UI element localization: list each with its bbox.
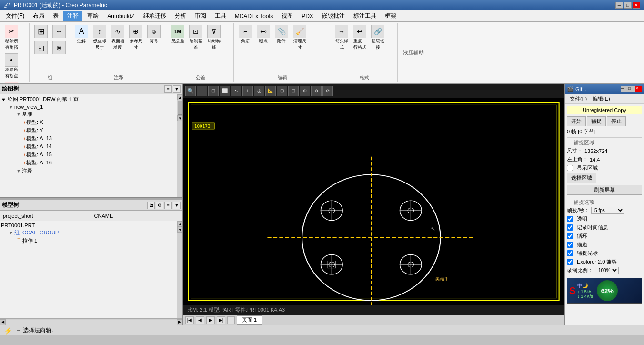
symbol-button[interactable]: ⌾ 符号 (145, 24, 162, 51)
remove-corners-button[interactable]: ✂ 移除所有角拓 (3, 24, 20, 51)
maximize-button[interactable]: □ (624, 2, 632, 9)
gif-close-btn[interactable]: ✕ (635, 86, 642, 92)
model-scroll-down[interactable]: ▼ (177, 227, 182, 233)
cursor-checkbox[interactable] (567, 250, 573, 256)
ordinate-dim-button[interactable]: ↕ 纵坐标尺寸 (91, 24, 108, 51)
menu-frame[interactable]: 框架 (381, 11, 400, 21)
remove-breaks-button[interactable]: • 移除所有断点 (3, 52, 20, 80)
scroll-left-btn[interactable]: ◀ (0, 319, 6, 325)
tree-settings-icon[interactable]: ≡ (164, 85, 172, 93)
model-tree-icon1[interactable]: 🗂 (147, 202, 155, 209)
draw-group-button[interactable]: ⊞ (32, 24, 50, 39)
attachment-button[interactable]: 📎 附件 (273, 24, 290, 51)
model-tree-expand-icon[interactable]: ▼ (173, 202, 181, 209)
trim-checkbox[interactable] (567, 242, 573, 248)
zoom-out-btn[interactable]: − (197, 86, 207, 96)
break-point-button[interactable]: ⊷ 断点 (255, 24, 272, 51)
zoom-window-btn[interactable]: ⬜ (220, 86, 230, 96)
explorer-checkbox[interactable] (567, 259, 573, 265)
menu-layout[interactable]: 布局 (29, 11, 48, 21)
tolerance-1m-button[interactable]: 1M 见公差 (169, 24, 186, 51)
gif-min-btn[interactable]: ─ (621, 86, 628, 92)
tree-expand-icon[interactable]: ▼ (173, 85, 181, 93)
delete-button[interactable]: ✕ 删除 (3, 81, 20, 83)
minimize-button[interactable]: ─ (615, 2, 623, 9)
menu-annotation[interactable]: 注释 (63, 11, 82, 21)
arrow-style-button[interactable]: → 箭头样式 (333, 24, 350, 51)
crosshair-btn[interactable]: + (242, 86, 253, 96)
scroll-up-btn[interactable]: ▲ (177, 94, 182, 100)
gif-stop-btn[interactable]: 停止 (607, 116, 626, 126)
model-item-extrude[interactable]: ⌒ 拉伸 1 (1, 237, 176, 245)
page-first-btn[interactable]: |◀ (185, 316, 194, 324)
model-tree-icon3[interactable]: ≡ (164, 202, 172, 209)
page-tab-1[interactable]: 页面 1 (237, 315, 262, 325)
tree-item-model-x[interactable]: / 模型: X (1, 118, 176, 126)
gif-menu-edit[interactable]: 编辑(E) (590, 94, 613, 103)
tree-item-drawing[interactable]: ▼ 绘图 PRT0001.DRW 的第 1 页 (1, 95, 176, 103)
add-view-btn[interactable]: ⊞ (277, 86, 287, 96)
gif-capture-btn[interactable]: 辅捉 (587, 116, 606, 126)
refresh-screen-btn[interactable]: 刷新屏幕 (567, 185, 642, 195)
menu-file[interactable]: 文件(F) (2, 11, 28, 21)
clean-dim-button[interactable]: 🧹 清理尺寸 (291, 24, 308, 51)
hyperlink-button[interactable]: 🔗 超级链接 (369, 24, 386, 51)
corner-edit-button[interactable]: ⌐ 角拓 (237, 24, 254, 51)
repeat-format-button[interactable]: ↩ 重复一行格式 (351, 24, 368, 51)
menu-tools[interactable]: 工具 (211, 11, 230, 21)
menu-label-tool[interactable]: 标注工具 (350, 11, 380, 21)
bottom-scrollbar[interactable]: ◀ ▶ (0, 318, 182, 325)
center-btn[interactable]: ◎ (254, 86, 264, 96)
menu-table[interactable]: 表 (49, 11, 62, 21)
model-scroll-up[interactable]: ▲ (177, 221, 182, 227)
model-item-prt[interactable]: PRT0001.PRT (1, 222, 176, 229)
menu-review[interactable]: 审阅 (191, 11, 210, 21)
gif-start-btn[interactable]: 开始 (567, 116, 586, 126)
tree-item-model-a15[interactable]: / 模型: A_15 (1, 151, 176, 159)
tree-item-datum[interactable]: ▼ 基准 (1, 110, 176, 118)
fps-select[interactable]: 5 fps 10 fps 15 fps 25 fps (591, 207, 624, 214)
view-options-btn[interactable]: ⊕ (300, 86, 310, 96)
surface-rough-button[interactable]: ∿ 表面粗糙度 (109, 24, 126, 51)
close-button[interactable]: ✕ (633, 2, 640, 9)
menu-inherit[interactable]: 继承迁移 (140, 11, 170, 21)
scroll-right-btn[interactable]: ▶ (177, 319, 182, 325)
menu-analysis[interactable]: 分析 (171, 11, 190, 21)
cancel-related-button[interactable]: ⊗ (50, 40, 68, 55)
annotation-note-button[interactable]: A 注解 (73, 24, 90, 51)
page-prev-btn[interactable]: ◀ (196, 316, 204, 324)
menu-annotation-tool[interactable]: 嵌锐批注 (318, 11, 349, 21)
gif-max-btn[interactable]: □ (628, 86, 635, 92)
tree-item-model-a13[interactable]: / 模型: A_13 (1, 134, 176, 142)
drawing-tree-scrollbar[interactable]: ▲ ▼ (177, 94, 182, 197)
loop-checkbox[interactable] (567, 233, 573, 239)
draw-datum-button[interactable]: ⊡ 绘制基准 (187, 24, 204, 51)
tree-item-model-y[interactable]: / 模型: Y (1, 126, 176, 134)
gif-menu-file[interactable]: 文件(F) (567, 94, 590, 103)
model-tree-scrollbar[interactable]: ▲ ▼ (177, 221, 182, 318)
tree-item-model-a16[interactable]: / 模型: A_16 (1, 159, 176, 167)
tree-item-annotation[interactable]: ▼ 注释 (1, 167, 176, 175)
axis-sym-button[interactable]: ⊽ 轴对称线 (205, 24, 222, 51)
scroll-down-btn[interactable]: ▼ (177, 115, 182, 121)
view-related-button2[interactable]: ↔ (50, 24, 68, 39)
more-btn2[interactable]: ⊘ (322, 86, 333, 96)
more-btn1[interactable]: ⊗ (311, 86, 322, 96)
zoom-fit-btn[interactable]: ⊟ (208, 86, 219, 96)
drawing-canvas[interactable]: 100173 (183, 98, 564, 305)
menu-mcadex[interactable]: MCADEx Tools (231, 12, 277, 20)
scale-select[interactable]: 100% 75% 50% (595, 267, 619, 274)
tree-item-newview[interactable]: ▼ new_view_1 (1, 103, 176, 110)
menu-autobuildz[interactable]: AutobuildZ (103, 12, 138, 20)
remove-view-btn[interactable]: ⊟ (288, 86, 299, 96)
model-tree-icon2[interactable]: ⚙ (156, 202, 163, 209)
zoom-in-btn[interactable]: 🔍 (185, 86, 196, 96)
pan-btn[interactable]: ↖ (231, 86, 242, 96)
ref-dim-button[interactable]: ⊕ 参考尺寸 (127, 24, 144, 51)
scroll-thumb[interactable] (178, 101, 182, 115)
model-item-local-group[interactable]: ▼ 组LOCAL_GROUP (1, 229, 176, 237)
timestamp-checkbox[interactable] (567, 224, 573, 231)
select-area-btn[interactable]: 选择区域 (567, 173, 596, 183)
page-next-btn[interactable]: ▶ (206, 316, 215, 324)
tree-item-model-a14[interactable]: / 模型: A_14 (1, 142, 176, 151)
